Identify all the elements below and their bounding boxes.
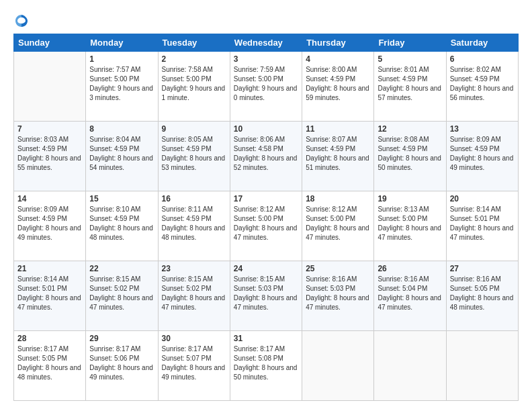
sunset-text: Sunset: 5:01 PM: [17, 285, 67, 292]
sunset-text: Sunset: 5:00 PM: [234, 215, 283, 222]
calendar-cell: 28Sunrise: 8:17 AMSunset: 5:05 PMDayligh…: [14, 331, 86, 401]
sunset-text: Sunset: 4:59 PM: [162, 145, 212, 152]
day-info: Sunrise: 8:03 AMSunset: 4:59 PMDaylight:…: [17, 135, 82, 173]
calendar-col-header: Sunday: [14, 34, 86, 52]
sunrise-text: Sunrise: 8:16 AM: [306, 275, 357, 283]
day-info: Sunrise: 8:16 AMSunset: 5:05 PMDaylight:…: [450, 275, 515, 312]
calendar-week-row: 14Sunrise: 8:09 AMSunset: 4:59 PMDayligh…: [14, 191, 519, 261]
day-number: 16: [162, 194, 226, 203]
daylight-text: Daylight: 8 hours and 49 minutes.: [162, 364, 226, 381]
calendar-cell: 12Sunrise: 8:08 AMSunset: 4:59 PMDayligh…: [374, 122, 446, 191]
day-info: Sunrise: 8:12 AMSunset: 5:00 PMDaylight:…: [234, 205, 298, 242]
daylight-text: Daylight: 8 hours and 52 minutes.: [234, 154, 298, 171]
day-number: 13: [450, 124, 515, 134]
sunset-text: Sunset: 4:59 PM: [17, 145, 67, 152]
daylight-text: Daylight: 8 hours and 47 minutes.: [306, 224, 369, 241]
day-number: 15: [89, 194, 154, 203]
day-number: 1: [89, 54, 154, 64]
day-info: Sunrise: 8:15 AMSunset: 5:03 PMDaylight:…: [234, 275, 298, 312]
daylight-text: Daylight: 9 hours and 3 minutes.: [89, 85, 153, 101]
day-info: Sunrise: 7:59 AMSunset: 5:00 PMDaylight:…: [234, 65, 298, 103]
calendar-col-header: Monday: [86, 34, 158, 52]
sunrise-text: Sunrise: 8:15 AM: [89, 275, 140, 283]
day-info: Sunrise: 8:11 AMSunset: 4:59 PMDaylight:…: [162, 205, 226, 242]
sunset-text: Sunset: 5:00 PM: [378, 215, 427, 222]
sunset-text: Sunset: 5:05 PM: [450, 285, 500, 292]
day-info: Sunrise: 8:16 AMSunset: 5:04 PMDaylight:…: [378, 275, 442, 312]
calendar-cell: 25Sunrise: 8:16 AMSunset: 5:03 PMDayligh…: [302, 261, 374, 331]
day-info: Sunrise: 8:17 AMSunset: 5:06 PMDaylight:…: [89, 345, 154, 382]
sunset-text: Sunset: 4:58 PM: [234, 145, 283, 152]
daylight-text: Daylight: 8 hours and 48 minutes.: [17, 364, 81, 381]
day-info: Sunrise: 8:00 AMSunset: 4:59 PMDaylight:…: [306, 65, 370, 103]
daylight-text: Daylight: 8 hours and 47 minutes.: [450, 224, 514, 241]
calendar-cell: [374, 331, 446, 401]
sunset-text: Sunset: 5:03 PM: [306, 285, 355, 292]
daylight-text: Daylight: 8 hours and 47 minutes.: [162, 294, 226, 311]
calendar-cell: 30Sunrise: 8:17 AMSunset: 5:07 PMDayligh…: [158, 331, 230, 401]
calendar-cell: 31Sunrise: 8:17 AMSunset: 5:08 PMDayligh…: [230, 331, 302, 401]
sunrise-text: Sunrise: 8:07 AM: [306, 136, 357, 143]
calendar-cell: 23Sunrise: 8:15 AMSunset: 5:02 PMDayligh…: [158, 261, 230, 331]
calendar-cell: 21Sunrise: 8:14 AMSunset: 5:01 PMDayligh…: [14, 261, 86, 331]
day-number: 28: [17, 334, 82, 343]
day-info: Sunrise: 8:12 AMSunset: 5:00 PMDaylight:…: [306, 205, 370, 242]
day-info: Sunrise: 8:10 AMSunset: 4:59 PMDaylight:…: [89, 205, 154, 242]
day-info: Sunrise: 8:13 AMSunset: 5:00 PMDaylight:…: [378, 205, 442, 242]
sunset-text: Sunset: 5:08 PM: [234, 355, 283, 362]
sunset-text: Sunset: 4:59 PM: [450, 145, 500, 152]
day-number: 31: [234, 334, 298, 343]
sunset-text: Sunset: 4:59 PM: [450, 75, 500, 83]
sunrise-text: Sunrise: 8:02 AM: [450, 66, 501, 73]
day-info: Sunrise: 8:15 AMSunset: 5:02 PMDaylight:…: [162, 275, 226, 312]
calendar-cell: 26Sunrise: 8:16 AMSunset: 5:04 PMDayligh…: [374, 261, 446, 331]
daylight-text: Daylight: 8 hours and 49 minutes.: [450, 154, 514, 171]
daylight-text: Daylight: 8 hours and 59 minutes.: [306, 85, 369, 101]
sunrise-text: Sunrise: 8:16 AM: [450, 275, 501, 283]
day-number: 25: [306, 264, 370, 273]
daylight-text: Daylight: 8 hours and 48 minutes.: [450, 294, 514, 311]
day-info: Sunrise: 7:57 AMSunset: 5:00 PMDaylight:…: [89, 65, 154, 103]
sunset-text: Sunset: 4:59 PM: [89, 215, 139, 222]
calendar-cell: [302, 331, 374, 401]
daylight-text: Daylight: 8 hours and 49 minutes.: [17, 224, 81, 241]
day-number: 2: [162, 54, 226, 64]
calendar-cell: 10Sunrise: 8:06 AMSunset: 4:58 PMDayligh…: [230, 122, 302, 191]
day-number: 17: [234, 194, 298, 203]
calendar-cell: 16Sunrise: 8:11 AMSunset: 4:59 PMDayligh…: [158, 191, 230, 261]
daylight-text: Daylight: 8 hours and 56 minutes.: [450, 85, 514, 101]
daylight-text: Daylight: 8 hours and 47 minutes.: [306, 294, 369, 311]
sunset-text: Sunset: 5:00 PM: [306, 215, 355, 222]
day-number: 5: [378, 54, 442, 64]
logo-icon: [14, 13, 29, 28]
sunset-text: Sunset: 5:00 PM: [89, 75, 139, 83]
sunrise-text: Sunrise: 8:09 AM: [17, 205, 69, 213]
sunset-text: Sunset: 5:00 PM: [234, 75, 283, 83]
sunset-text: Sunset: 4:59 PM: [17, 215, 67, 222]
day-number: 6: [450, 54, 515, 64]
logo: [13, 13, 30, 26]
day-number: 20: [450, 194, 515, 203]
sunrise-text: Sunrise: 8:05 AM: [162, 136, 213, 143]
day-info: Sunrise: 8:17 AMSunset: 5:08 PMDaylight:…: [234, 345, 298, 382]
day-number: 18: [306, 194, 370, 203]
calendar-cell: 24Sunrise: 8:15 AMSunset: 5:03 PMDayligh…: [230, 261, 302, 331]
sunrise-text: Sunrise: 8:17 AM: [17, 345, 69, 353]
sunrise-text: Sunrise: 8:04 AM: [89, 136, 140, 143]
calendar-cell: 15Sunrise: 8:10 AMSunset: 4:59 PMDayligh…: [86, 191, 158, 261]
sunrise-text: Sunrise: 8:15 AM: [234, 275, 285, 283]
day-number: 4: [306, 54, 370, 64]
calendar-cell: 2Sunrise: 7:58 AMSunset: 5:00 PMDaylight…: [158, 52, 230, 122]
daylight-text: Daylight: 8 hours and 49 minutes.: [89, 364, 153, 381]
sunset-text: Sunset: 4:59 PM: [378, 145, 427, 152]
calendar-cell: 18Sunrise: 8:12 AMSunset: 5:00 PMDayligh…: [302, 191, 374, 261]
day-number: 26: [378, 264, 442, 273]
sunrise-text: Sunrise: 8:17 AM: [234, 345, 285, 353]
sunrise-text: Sunrise: 8:03 AM: [17, 136, 69, 143]
sunrise-text: Sunrise: 8:12 AM: [306, 205, 357, 213]
day-number: 23: [162, 264, 226, 273]
daylight-text: Daylight: 8 hours and 57 minutes.: [378, 85, 441, 101]
daylight-text: Daylight: 8 hours and 53 minutes.: [162, 154, 226, 171]
day-number: 3: [234, 54, 298, 64]
calendar-week-row: 21Sunrise: 8:14 AMSunset: 5:01 PMDayligh…: [14, 261, 519, 331]
